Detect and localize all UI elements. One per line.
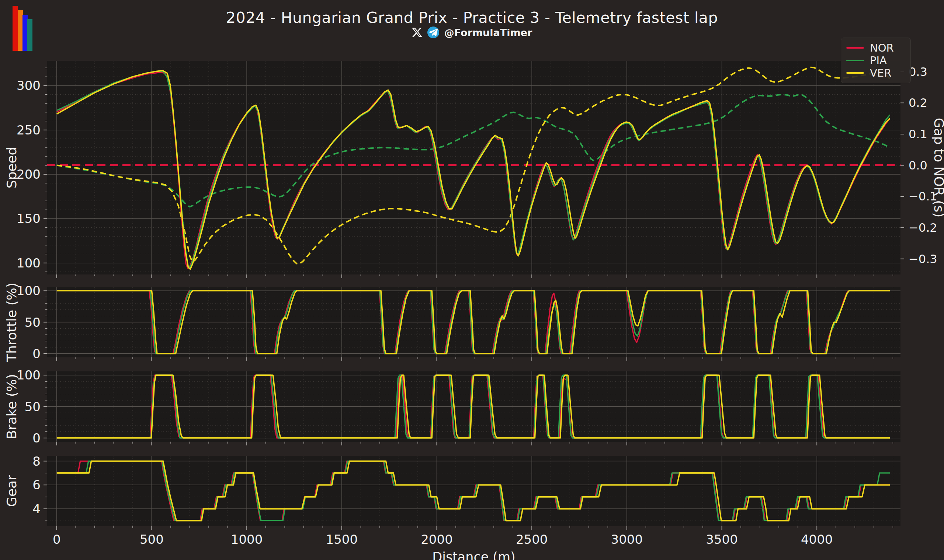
legend-label: PIA [870,54,887,67]
gap-tick-label: 0.0 [909,158,927,172]
legend-swatch [846,47,864,49]
legend-label: VER [870,67,891,79]
y-tick-label: 8 [32,454,40,469]
y-tick-label: 200 [17,167,40,182]
speed-chart: 300250200150100Speed0.30.20.10.0−0.1−0.2… [4,61,944,278]
x-tick-label: 4000 [801,532,833,547]
legend-swatch [846,72,864,74]
gap-tick-label: −0.2 [909,221,937,235]
telemetry-dashboard: 2024 - Hungarian Grand Prix - Practice 3… [0,0,944,560]
legend-item-VER: VER [846,67,905,79]
legend-swatch [846,60,864,61]
y-tick-label: 6 [32,477,40,492]
x-tick-label: 3500 [706,532,738,547]
legend-item-PIA: PIA [846,54,905,67]
brake-chart: 100500Brake (%) [4,368,901,445]
x-tick-label: 2000 [421,532,453,547]
y-tick-label: 50 [25,399,40,414]
x-tick-label: 500 [140,532,164,547]
legend: NORPIAVER [841,38,911,83]
throttle-chart: 100500Throttle (%) [4,283,901,362]
gear-axis-label: Gear [4,475,19,507]
y-tick-label: 4 [32,502,40,516]
legend-label: NOR [870,42,894,54]
brake-axis-label: Brake (%) [4,374,19,439]
gap-tick-label: −0.3 [909,252,937,266]
gap-tick-label: 0.2 [909,96,927,110]
gear-chart: 864Gear05001000150020002500300035004000D… [4,454,901,560]
legend-item-NOR: NOR [846,42,905,54]
y-tick-label: 300 [17,78,40,93]
telemetry-charts: 300250200150100Speed0.30.20.10.0−0.1−0.2… [0,0,944,560]
y-tick-label: 100 [17,283,40,298]
x-tick-label: 3000 [611,532,643,547]
y-tick-label: 50 [25,315,40,330]
gap-tick-label: 0.1 [909,127,927,141]
gap-axis-label: Gap to NOR (s) [932,118,944,217]
y-tick-label: 100 [17,256,40,271]
y-tick-label: 0 [32,431,40,445]
gap-tick-label: 0.3 [909,65,927,79]
throttle-axis-label: Throttle (%) [4,283,19,362]
speed-axis-label: Speed [4,147,19,189]
y-tick-label: 150 [17,211,40,226]
y-tick-label: 250 [17,123,40,137]
x-axis-label: Distance (m) [432,550,515,560]
x-tick-label: 1500 [326,532,358,547]
y-tick-label: 100 [17,368,40,382]
x-tick-label: 1000 [231,532,263,547]
y-tick-label: 0 [32,346,40,361]
x-tick-label: 0 [53,532,61,547]
x-tick-label: 2500 [516,532,548,547]
